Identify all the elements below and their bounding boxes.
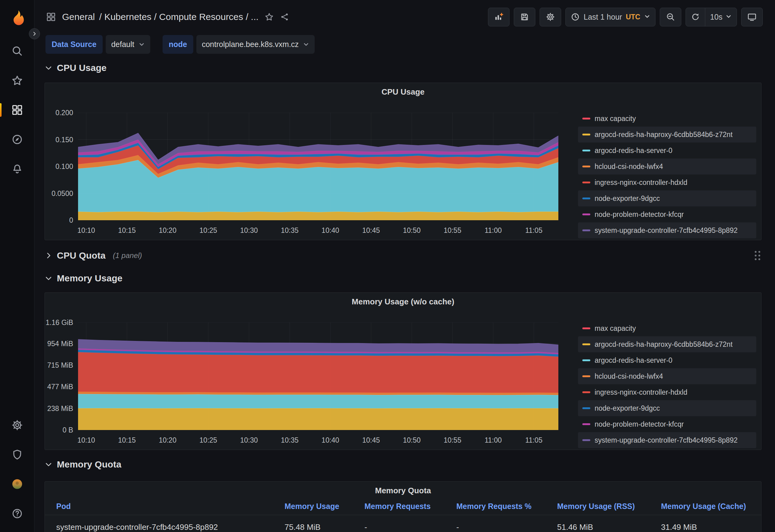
zoom-out-icon xyxy=(666,12,675,22)
y-axis-label: 715 MiB xyxy=(47,361,73,370)
breadcrumb-folder[interactable]: General xyxy=(62,12,95,22)
sidebar-item-help[interactable] xyxy=(0,499,34,528)
legend-label: ingress-nginx-controller-hdxld xyxy=(595,388,687,397)
legend-label: hcloud-csi-node-lwfx4 xyxy=(595,162,663,171)
chart-canvas[interactable] xyxy=(78,113,558,220)
cycle-view-mode-button[interactable] xyxy=(741,8,763,26)
legend-item[interactable]: hcloud-csi-node-lwfx4 xyxy=(578,368,756,384)
legend-item[interactable]: max capacity xyxy=(578,320,756,336)
legend-item[interactable]: system-upgrade-controller-7cfb4c4995-8p8… xyxy=(578,222,756,238)
user-avatar xyxy=(11,478,23,490)
star-dashboard-button[interactable] xyxy=(264,12,274,22)
x-axis: 10:1010:1510:2010:2510:3010:3510:4010:45… xyxy=(78,434,558,447)
refresh-button[interactable] xyxy=(686,8,705,26)
section-cpu-quota[interactable]: CPU Quota (1 panel) xyxy=(45,246,761,265)
legend-item[interactable]: ingress-nginx-controller-hdxld xyxy=(578,384,756,400)
y-axis-label: 477 MiB xyxy=(47,383,73,391)
table-column-header[interactable]: Memory Requests xyxy=(364,502,456,511)
section-memory-quota[interactable]: Memory Quota xyxy=(45,456,761,473)
legend-label: node-problem-detector-kfcqr xyxy=(595,210,684,219)
node-select[interactable]: controlplane.bee.k8s.vxm.cz xyxy=(196,35,315,54)
table-column-header[interactable]: Memory Usage xyxy=(284,502,364,511)
y-axis-label: 0.150 xyxy=(55,135,73,144)
sidebar-item-configuration[interactable] xyxy=(0,410,34,440)
legend-label: system-upgrade-controller-7cfb4c4995-8p8… xyxy=(595,226,738,235)
datasource-label: Data Source xyxy=(45,35,103,54)
y-axis-label: 0 xyxy=(69,216,73,225)
section-cpu-usage[interactable]: CPU Usage xyxy=(45,59,761,76)
table-cell: system-upgrade-controller-7cfb4c4995-8p8… xyxy=(56,522,284,532)
breadcrumb-dashboard-title[interactable]: / Kubernetes / Compute Resources / ... xyxy=(99,12,259,22)
add-panel-button[interactable] xyxy=(488,8,510,26)
chevron-down-icon xyxy=(45,64,53,72)
dashboard-settings-button[interactable] xyxy=(540,8,561,26)
sidebar-item-dashboards[interactable] xyxy=(0,95,34,125)
panel-title[interactable]: CPU Usage xyxy=(45,87,761,97)
bell-icon xyxy=(11,163,23,175)
section-memory-usage[interactable]: Memory Usage xyxy=(45,270,761,287)
sidebar-item-profile[interactable] xyxy=(0,469,34,499)
chart-canvas[interactable] xyxy=(78,323,558,430)
legend-label: system-upgrade-controller-7cfb4c4995-8p8… xyxy=(595,436,738,444)
legend-item[interactable]: node-problem-detector-kfcqr xyxy=(578,206,756,222)
chevron-down-icon xyxy=(726,13,732,22)
y-axis-label: 0.100 xyxy=(55,162,73,171)
table-column-header[interactable]: Memory Usage (Cache) xyxy=(661,502,761,511)
datasource-value: default xyxy=(111,40,134,49)
zoom-out-button[interactable] xyxy=(660,8,681,26)
sidebar-item-search[interactable] xyxy=(0,36,34,66)
table-cell: 31.49 MiB xyxy=(661,522,761,532)
legend-item[interactable]: node-exporter-9dgcc xyxy=(578,400,756,416)
sidebar-item-explore[interactable] xyxy=(0,125,34,154)
table-column-header[interactable]: Pod xyxy=(56,502,284,511)
chevron-down-icon xyxy=(139,41,145,48)
legend-item[interactable]: argocd-redis-ha-server-0 xyxy=(578,143,756,158)
refresh-controls: 10s xyxy=(686,8,737,26)
share-dashboard-button[interactable] xyxy=(280,12,289,22)
legend-item[interactable]: argocd-redis-ha-haproxy-6cdbb584b6-z72nt xyxy=(578,127,756,143)
legend-color-swatch xyxy=(582,343,590,345)
breadcrumb: General / Kubernetes / Compute Resources… xyxy=(62,12,258,22)
table-cell: - xyxy=(456,522,557,532)
legend-color-swatch xyxy=(582,229,590,231)
sidebar-item-alerting[interactable] xyxy=(0,154,34,184)
legend-color-swatch xyxy=(582,166,590,167)
legend-label: argocd-redis-ha-server-0 xyxy=(595,356,672,365)
legend-color-swatch xyxy=(582,391,590,393)
star-icon xyxy=(11,75,23,86)
datasource-select[interactable]: default xyxy=(106,35,150,54)
legend-color-swatch xyxy=(582,182,590,183)
panel-title[interactable]: Memory Quota xyxy=(45,486,761,495)
legend-item[interactable]: node-exporter-9dgcc xyxy=(578,190,756,206)
sidebar-item-starred[interactable] xyxy=(0,66,34,95)
dashboards-grid-icon xyxy=(11,104,23,116)
table-column-header[interactable]: Memory Usage (RSS) xyxy=(557,502,661,511)
sidebar-item-server-admin[interactable] xyxy=(0,440,34,469)
plot-area[interactable] xyxy=(78,113,558,220)
search-icon xyxy=(11,45,23,57)
legend-label: argocd-redis-ha-haproxy-6cdbb584b6-z72nt xyxy=(595,131,733,139)
save-dashboard-button[interactable] xyxy=(514,8,535,26)
panel-title[interactable]: Memory Usage (w/o cache) xyxy=(45,297,761,307)
grafana-app: General / Kubernetes / Compute Resources… xyxy=(0,0,775,532)
sidebar-expand-button[interactable] xyxy=(29,28,40,39)
x-axis-label: 10:40 xyxy=(321,436,339,444)
dashboard-toolbar: Last 1 hour UTC xyxy=(488,8,763,26)
y-axis-label: 954 MiB xyxy=(47,339,73,348)
drag-handle[interactable] xyxy=(755,251,760,260)
legend-item[interactable]: argocd-redis-ha-server-0 xyxy=(578,352,756,368)
legend-item[interactable]: hcloud-csi-node-lwfx4 xyxy=(578,158,756,174)
legend-item[interactable]: argocd-redis-ha-haproxy-6cdbb584b6-z72nt xyxy=(578,336,756,352)
refresh-interval-dropdown[interactable]: 10s xyxy=(705,8,737,26)
legend-label: argocd-redis-ha-haproxy-6cdbb584b6-z72nt xyxy=(595,340,733,349)
time-range-picker[interactable]: Last 1 hour UTC xyxy=(566,8,655,26)
plot-area[interactable] xyxy=(78,323,558,430)
legend-item[interactable]: max capacity xyxy=(578,111,756,127)
legend-item[interactable]: node-problem-detector-kfcqr xyxy=(578,416,756,432)
sidebar xyxy=(0,0,34,532)
gear-icon xyxy=(11,419,23,431)
grafana-logo[interactable] xyxy=(0,0,34,36)
table-column-header[interactable]: Memory Requests % xyxy=(456,502,557,511)
legend-item[interactable]: system-upgrade-controller-7cfb4c4995-8p8… xyxy=(578,432,756,448)
legend-item[interactable]: ingress-nginx-controller-hdxld xyxy=(578,174,756,190)
